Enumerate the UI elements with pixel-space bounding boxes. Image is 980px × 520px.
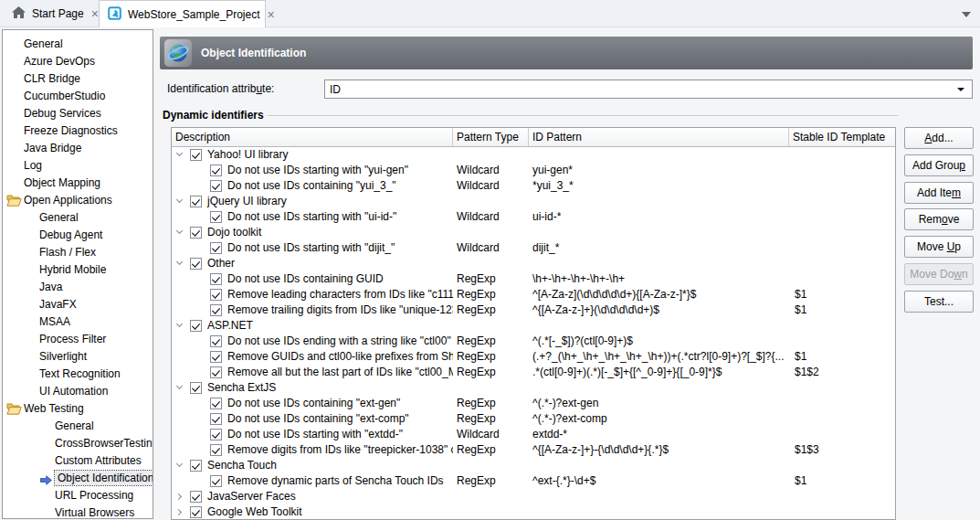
collapse-chevron-icon[interactable] bbox=[176, 461, 183, 467]
row-checkbox[interactable] bbox=[210, 351, 222, 363]
row-checkbox[interactable] bbox=[190, 258, 202, 270]
expand-chevron-icon[interactable] bbox=[175, 493, 182, 500]
add-group-button[interactable]: Add Group bbox=[904, 154, 974, 176]
row-checkbox[interactable] bbox=[210, 164, 222, 176]
sidebar-item-crossbrowsertesting[interactable]: CrossBrowserTesting bbox=[3, 435, 153, 452]
collapse-chevron-icon[interactable] bbox=[176, 259, 183, 265]
expand-chevron-icon[interactable] bbox=[175, 509, 182, 515]
sidebar-item-url-processing[interactable]: URL Processing bbox=[3, 487, 153, 504]
table-row[interactable]: jQuery UI library bbox=[172, 194, 895, 209]
table-row[interactable]: Google Web Toolkit bbox=[172, 504, 895, 520]
row-checkbox[interactable] bbox=[190, 460, 202, 472]
add-button[interactable]: Add... bbox=[904, 127, 974, 149]
sidebar-item-azure-devops[interactable]: Azure DevOps bbox=[3, 53, 153, 70]
sidebar-item-log[interactable]: Log bbox=[3, 157, 153, 175]
row-checkbox[interactable] bbox=[210, 289, 222, 301]
table-row[interactable]: Sencha Touch bbox=[172, 458, 895, 473]
test-button[interactable]: Test... bbox=[904, 291, 974, 313]
row-checkbox[interactable] bbox=[190, 227, 202, 239]
close-icon[interactable]: × bbox=[267, 8, 276, 21]
row-checkbox[interactable] bbox=[190, 382, 202, 394]
tab-webstore-sample-project[interactable]: WebStore_Sample_Project × bbox=[99, 0, 266, 27]
row-checkbox[interactable] bbox=[210, 429, 222, 440]
sidebar-item-debug-services[interactable]: Debug Services bbox=[3, 105, 153, 122]
row-checkbox[interactable] bbox=[190, 196, 202, 207]
move-down-button[interactable]: Move Down bbox=[904, 263, 974, 285]
sidebar-item-object-mapping[interactable]: Object Mapping bbox=[3, 175, 153, 192]
sidebar-item-clr-bridge[interactable]: CLR Bridge bbox=[3, 70, 153, 88]
remove-button[interactable]: Remove bbox=[904, 208, 974, 230]
table-row[interactable]: Do not use IDs containing "ext-comp"RegE… bbox=[172, 411, 895, 427]
column-header-pattern-type[interactable]: Pattern Type bbox=[453, 128, 529, 146]
sidebar-item-silverlight[interactable]: Silverlight bbox=[3, 348, 153, 366]
collapse-chevron-icon[interactable] bbox=[176, 196, 183, 203]
table-row[interactable]: Do not use IDs starting with "extdd-"Wil… bbox=[172, 427, 895, 442]
sidebar-item-javafx[interactable]: JavaFX bbox=[3, 296, 153, 313]
table-row[interactable]: Remove trailing digits from IDs like "un… bbox=[172, 302, 895, 318]
sidebar-item-general[interactable]: General bbox=[3, 36, 153, 53]
table-row[interactable]: Do not use IDs containing "yui_3_"Wildca… bbox=[172, 178, 895, 194]
row-checkbox[interactable] bbox=[210, 398, 222, 409]
column-header-id-pattern[interactable]: ID Pattern bbox=[529, 128, 789, 146]
table-row[interactable]: Do not use IDs starting with "ui-id-"Wil… bbox=[172, 209, 895, 225]
sidebar-item-cucumberstudio[interactable]: CucumberStudio bbox=[3, 88, 153, 105]
table-row[interactable]: Do not use IDs containing "ext-gen"RegEx… bbox=[172, 396, 895, 411]
sidebar-item-hybrid-mobile[interactable]: Hybrid Mobile bbox=[3, 261, 153, 279]
sidebar-item-web-testing[interactable]: Web Testing bbox=[3, 400, 153, 418]
row-checkbox[interactable] bbox=[210, 444, 222, 456]
sidebar-item-process-filter[interactable]: Process Filter bbox=[3, 331, 153, 348]
identification-attribute-select[interactable]: ID bbox=[324, 80, 973, 99]
table-row[interactable]: Do not use IDs ending with a string like… bbox=[172, 334, 895, 349]
table-row[interactable]: Sencha ExtJS bbox=[172, 380, 895, 396]
column-header-stable-id-template[interactable]: Stable ID Template bbox=[789, 128, 895, 146]
row-checkbox[interactable] bbox=[190, 506, 202, 518]
table-row[interactable]: Do not use IDs containing GUIDRegExp\h+-… bbox=[172, 271, 895, 287]
tab-list-chevron-down-icon[interactable] bbox=[962, 12, 971, 17]
row-checkbox[interactable] bbox=[210, 304, 222, 316]
sidebar-item-debug-agent[interactable]: Debug Agent bbox=[3, 227, 153, 244]
sidebar-item-java-bridge[interactable]: Java Bridge bbox=[3, 140, 153, 157]
add-item-button[interactable]: Add Item bbox=[904, 182, 974, 204]
collapse-chevron-icon[interactable] bbox=[176, 150, 183, 156]
table-row[interactable]: Do not use IDs starting with "dijit_"Wil… bbox=[172, 240, 895, 256]
table-row[interactable]: Remove leading characters from IDs like … bbox=[172, 287, 895, 302]
table-row[interactable]: ASP.NET bbox=[172, 318, 895, 334]
chevron-down-icon[interactable] bbox=[957, 88, 964, 91]
table-row[interactable]: Dojo toolkit bbox=[172, 225, 895, 240]
row-checkbox[interactable] bbox=[190, 149, 202, 161]
row-checkbox[interactable] bbox=[190, 491, 202, 503]
row-checkbox[interactable] bbox=[210, 413, 222, 425]
column-header-description[interactable]: Description bbox=[172, 128, 453, 146]
sidebar-item-msaa[interactable]: MSAA bbox=[3, 313, 153, 331]
row-checkbox[interactable] bbox=[210, 273, 222, 285]
table-row[interactable]: Remove digits from IDs like "treepicker-… bbox=[172, 442, 895, 458]
sidebar-item-ui-automation[interactable]: UI Automation bbox=[3, 383, 153, 400]
row-checkbox[interactable] bbox=[210, 366, 222, 378]
row-checkbox[interactable] bbox=[210, 180, 222, 192]
collapse-chevron-icon[interactable] bbox=[176, 383, 183, 389]
sidebar-item-custom-attributes[interactable]: Custom Attributes bbox=[3, 452, 153, 470]
sidebar-item-virtual-browsers[interactable]: Virtual Browsers bbox=[3, 504, 153, 519]
row-checkbox[interactable] bbox=[210, 211, 222, 223]
sidebar-item-flash-flex[interactable]: Flash / Flex bbox=[3, 244, 153, 261]
table-row[interactable]: Do not use IDs starting with "yui-gen"Wi… bbox=[172, 163, 895, 178]
table-row[interactable]: Remove dynamic parts of Sencha Touch IDs… bbox=[172, 473, 895, 489]
table-row[interactable]: JavaServer Faces bbox=[172, 489, 895, 504]
sidebar-item-general[interactable]: General bbox=[3, 209, 153, 227]
table-row[interactable]: Remove all but the last part of IDs like… bbox=[172, 365, 895, 380]
row-checkbox[interactable] bbox=[210, 475, 222, 487]
collapse-chevron-icon[interactable] bbox=[176, 321, 183, 327]
sidebar-item-object-identification[interactable]: Object Identification bbox=[3, 470, 153, 487]
move-up-button[interactable]: Move Up bbox=[904, 236, 974, 258]
sidebar-item-open-applications[interactable]: Open Applications bbox=[3, 192, 153, 209]
table-row[interactable]: Yahoo! UI library bbox=[172, 147, 895, 163]
sidebar-item-general[interactable]: General bbox=[3, 418, 153, 435]
sidebar-item-freeze-diagnostics[interactable]: Freeze Diagnostics bbox=[3, 122, 153, 140]
collapse-chevron-icon[interactable] bbox=[176, 228, 183, 234]
tab-start-page[interactable]: Start Page × bbox=[4, 0, 99, 27]
table-row[interactable]: Other bbox=[172, 256, 895, 271]
row-checkbox[interactable] bbox=[190, 320, 202, 332]
row-checkbox[interactable] bbox=[210, 242, 222, 254]
table-row[interactable]: Remove GUIDs and ctl00-like prefixes fro… bbox=[172, 349, 895, 365]
sidebar-item-text-recognition[interactable]: Text Recognition bbox=[3, 366, 153, 383]
